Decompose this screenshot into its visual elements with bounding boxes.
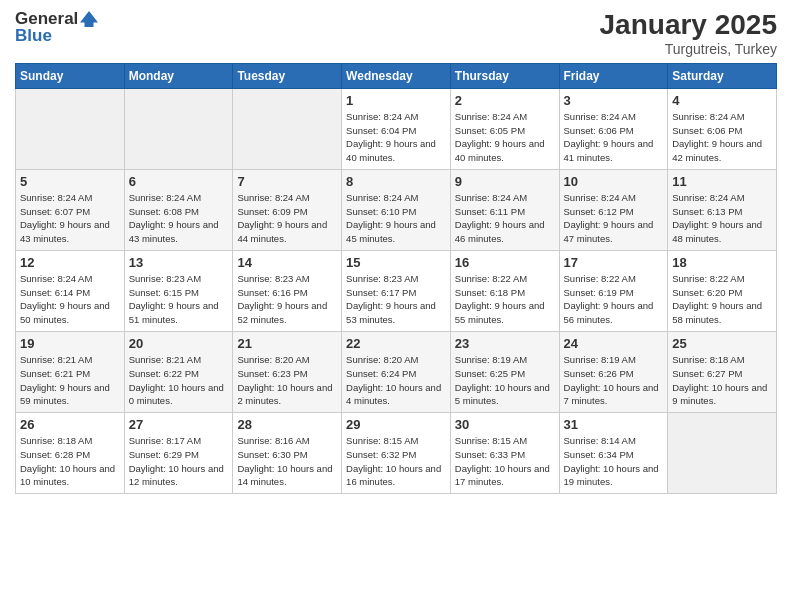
day-info: Sunrise: 8:24 AM Sunset: 6:10 PM Dayligh… bbox=[346, 191, 446, 246]
day-info: Sunrise: 8:24 AM Sunset: 6:11 PM Dayligh… bbox=[455, 191, 555, 246]
calendar-cell: 10Sunrise: 8:24 AM Sunset: 6:12 PM Dayli… bbox=[559, 169, 668, 250]
day-info: Sunrise: 8:24 AM Sunset: 6:06 PM Dayligh… bbox=[672, 110, 772, 165]
day-info: Sunrise: 8:24 AM Sunset: 6:09 PM Dayligh… bbox=[237, 191, 337, 246]
day-info: Sunrise: 8:22 AM Sunset: 6:19 PM Dayligh… bbox=[564, 272, 664, 327]
calendar-cell: 21Sunrise: 8:20 AM Sunset: 6:23 PM Dayli… bbox=[233, 331, 342, 412]
logo-graphic: General Blue bbox=[15, 10, 98, 45]
calendar-week-4: 19Sunrise: 8:21 AM Sunset: 6:21 PM Dayli… bbox=[16, 331, 777, 412]
calendar-cell: 2Sunrise: 8:24 AM Sunset: 6:05 PM Daylig… bbox=[450, 88, 559, 169]
subtitle: Turgutreis, Turkey bbox=[600, 41, 777, 57]
day-number: 23 bbox=[455, 336, 555, 351]
col-wednesday: Wednesday bbox=[342, 63, 451, 88]
day-info: Sunrise: 8:24 AM Sunset: 6:14 PM Dayligh… bbox=[20, 272, 120, 327]
calendar-cell: 20Sunrise: 8:21 AM Sunset: 6:22 PM Dayli… bbox=[124, 331, 233, 412]
day-info: Sunrise: 8:24 AM Sunset: 6:04 PM Dayligh… bbox=[346, 110, 446, 165]
day-info: Sunrise: 8:17 AM Sunset: 6:29 PM Dayligh… bbox=[129, 434, 229, 489]
day-number: 20 bbox=[129, 336, 229, 351]
day-info: Sunrise: 8:23 AM Sunset: 6:16 PM Dayligh… bbox=[237, 272, 337, 327]
calendar-week-2: 5Sunrise: 8:24 AM Sunset: 6:07 PM Daylig… bbox=[16, 169, 777, 250]
calendar-cell: 26Sunrise: 8:18 AM Sunset: 6:28 PM Dayli… bbox=[16, 413, 125, 494]
day-info: Sunrise: 8:22 AM Sunset: 6:20 PM Dayligh… bbox=[672, 272, 772, 327]
day-number: 21 bbox=[237, 336, 337, 351]
day-info: Sunrise: 8:24 AM Sunset: 6:07 PM Dayligh… bbox=[20, 191, 120, 246]
day-number: 10 bbox=[564, 174, 664, 189]
day-info: Sunrise: 8:24 AM Sunset: 6:06 PM Dayligh… bbox=[564, 110, 664, 165]
day-info: Sunrise: 8:14 AM Sunset: 6:34 PM Dayligh… bbox=[564, 434, 664, 489]
calendar-cell: 23Sunrise: 8:19 AM Sunset: 6:25 PM Dayli… bbox=[450, 331, 559, 412]
day-info: Sunrise: 8:18 AM Sunset: 6:28 PM Dayligh… bbox=[20, 434, 120, 489]
calendar-cell: 7Sunrise: 8:24 AM Sunset: 6:09 PM Daylig… bbox=[233, 169, 342, 250]
header-row: Sunday Monday Tuesday Wednesday Thursday… bbox=[16, 63, 777, 88]
calendar-cell: 31Sunrise: 8:14 AM Sunset: 6:34 PM Dayli… bbox=[559, 413, 668, 494]
day-number: 7 bbox=[237, 174, 337, 189]
day-number: 13 bbox=[129, 255, 229, 270]
day-number: 27 bbox=[129, 417, 229, 432]
calendar-cell: 17Sunrise: 8:22 AM Sunset: 6:19 PM Dayli… bbox=[559, 250, 668, 331]
day-number: 2 bbox=[455, 93, 555, 108]
day-number: 24 bbox=[564, 336, 664, 351]
calendar-cell bbox=[124, 88, 233, 169]
day-number: 6 bbox=[129, 174, 229, 189]
day-info: Sunrise: 8:20 AM Sunset: 6:23 PM Dayligh… bbox=[237, 353, 337, 408]
day-info: Sunrise: 8:24 AM Sunset: 6:05 PM Dayligh… bbox=[455, 110, 555, 165]
calendar-cell: 4Sunrise: 8:24 AM Sunset: 6:06 PM Daylig… bbox=[668, 88, 777, 169]
calendar-cell: 29Sunrise: 8:15 AM Sunset: 6:32 PM Dayli… bbox=[342, 413, 451, 494]
calendar-cell: 3Sunrise: 8:24 AM Sunset: 6:06 PM Daylig… bbox=[559, 88, 668, 169]
calendar-cell: 14Sunrise: 8:23 AM Sunset: 6:16 PM Dayli… bbox=[233, 250, 342, 331]
svg-marker-0 bbox=[80, 11, 98, 27]
calendar-table: Sunday Monday Tuesday Wednesday Thursday… bbox=[15, 63, 777, 494]
day-number: 25 bbox=[672, 336, 772, 351]
calendar-cell: 1Sunrise: 8:24 AM Sunset: 6:04 PM Daylig… bbox=[342, 88, 451, 169]
day-number: 26 bbox=[20, 417, 120, 432]
calendar-cell: 6Sunrise: 8:24 AM Sunset: 6:08 PM Daylig… bbox=[124, 169, 233, 250]
day-number: 3 bbox=[564, 93, 664, 108]
day-info: Sunrise: 8:23 AM Sunset: 6:17 PM Dayligh… bbox=[346, 272, 446, 327]
title-block: January 2025 Turgutreis, Turkey bbox=[600, 10, 777, 57]
calendar-cell: 8Sunrise: 8:24 AM Sunset: 6:10 PM Daylig… bbox=[342, 169, 451, 250]
day-info: Sunrise: 8:15 AM Sunset: 6:33 PM Dayligh… bbox=[455, 434, 555, 489]
calendar-cell: 27Sunrise: 8:17 AM Sunset: 6:29 PM Dayli… bbox=[124, 413, 233, 494]
day-number: 14 bbox=[237, 255, 337, 270]
col-friday: Friday bbox=[559, 63, 668, 88]
day-info: Sunrise: 8:18 AM Sunset: 6:27 PM Dayligh… bbox=[672, 353, 772, 408]
day-info: Sunrise: 8:24 AM Sunset: 6:12 PM Dayligh… bbox=[564, 191, 664, 246]
day-info: Sunrise: 8:20 AM Sunset: 6:24 PM Dayligh… bbox=[346, 353, 446, 408]
day-info: Sunrise: 8:15 AM Sunset: 6:32 PM Dayligh… bbox=[346, 434, 446, 489]
day-info: Sunrise: 8:24 AM Sunset: 6:13 PM Dayligh… bbox=[672, 191, 772, 246]
day-info: Sunrise: 8:22 AM Sunset: 6:18 PM Dayligh… bbox=[455, 272, 555, 327]
day-number: 17 bbox=[564, 255, 664, 270]
day-info: Sunrise: 8:21 AM Sunset: 6:22 PM Dayligh… bbox=[129, 353, 229, 408]
day-number: 22 bbox=[346, 336, 446, 351]
calendar-cell: 11Sunrise: 8:24 AM Sunset: 6:13 PM Dayli… bbox=[668, 169, 777, 250]
calendar-cell: 12Sunrise: 8:24 AM Sunset: 6:14 PM Dayli… bbox=[16, 250, 125, 331]
col-tuesday: Tuesday bbox=[233, 63, 342, 88]
day-number: 19 bbox=[20, 336, 120, 351]
col-monday: Monday bbox=[124, 63, 233, 88]
calendar-week-3: 12Sunrise: 8:24 AM Sunset: 6:14 PM Dayli… bbox=[16, 250, 777, 331]
header: General Blue January 2025 Turgutreis, Tu… bbox=[15, 10, 777, 57]
day-number: 16 bbox=[455, 255, 555, 270]
day-number: 5 bbox=[20, 174, 120, 189]
calendar-cell: 19Sunrise: 8:21 AM Sunset: 6:21 PM Dayli… bbox=[16, 331, 125, 412]
logo-blue: Blue bbox=[15, 27, 52, 46]
col-thursday: Thursday bbox=[450, 63, 559, 88]
day-number: 18 bbox=[672, 255, 772, 270]
day-info: Sunrise: 8:21 AM Sunset: 6:21 PM Dayligh… bbox=[20, 353, 120, 408]
main-title: January 2025 bbox=[600, 10, 777, 41]
day-number: 1 bbox=[346, 93, 446, 108]
col-saturday: Saturday bbox=[668, 63, 777, 88]
logo: General Blue bbox=[15, 10, 98, 45]
day-info: Sunrise: 8:16 AM Sunset: 6:30 PM Dayligh… bbox=[237, 434, 337, 489]
day-info: Sunrise: 8:19 AM Sunset: 6:26 PM Dayligh… bbox=[564, 353, 664, 408]
calendar-cell bbox=[668, 413, 777, 494]
day-number: 11 bbox=[672, 174, 772, 189]
calendar-cell: 28Sunrise: 8:16 AM Sunset: 6:30 PM Dayli… bbox=[233, 413, 342, 494]
page-container: General Blue January 2025 Turgutreis, Tu… bbox=[0, 0, 792, 504]
col-sunday: Sunday bbox=[16, 63, 125, 88]
calendar-week-5: 26Sunrise: 8:18 AM Sunset: 6:28 PM Dayli… bbox=[16, 413, 777, 494]
day-number: 28 bbox=[237, 417, 337, 432]
day-number: 29 bbox=[346, 417, 446, 432]
day-number: 8 bbox=[346, 174, 446, 189]
day-info: Sunrise: 8:19 AM Sunset: 6:25 PM Dayligh… bbox=[455, 353, 555, 408]
calendar-cell: 5Sunrise: 8:24 AM Sunset: 6:07 PM Daylig… bbox=[16, 169, 125, 250]
